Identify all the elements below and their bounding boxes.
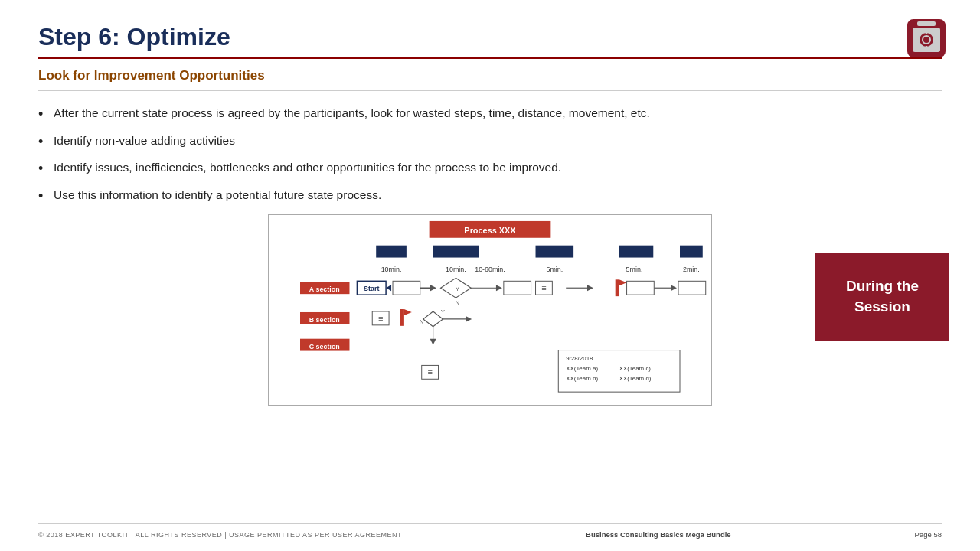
bullet-item-3: Identify issues, inefficiencies, bottlen… [38,159,942,176]
svg-marker-40 [587,285,593,291]
svg-rect-9 [376,245,407,257]
footer: © 2018 EXPERT TOOLKIT | ALL RIGHTS RESER… [38,523,942,539]
svg-text:5min.: 5min. [546,266,563,273]
svg-marker-42 [619,279,627,285]
svg-point-3 [919,32,934,47]
svg-marker-28 [386,285,391,291]
svg-rect-46 [678,281,706,295]
header-section: Step 6: Optimize [38,23,942,59]
svg-text:XX(Team a): XX(Team a) [566,365,598,372]
svg-rect-29 [393,281,420,295]
during-session-badge: During the Session [815,253,949,341]
svg-rect-36 [504,281,531,295]
svg-marker-35 [496,285,502,291]
bullet-item-4: Use this information to identify a poten… [38,187,942,204]
subtitle-text: Look for Improvement Opportunities [38,68,942,83]
bullet-item-1: After the current state process is agree… [38,105,942,122]
bullet-item-2: Identify non-value adding activities [38,132,942,149]
svg-text:C section: C section [309,342,340,350]
svg-marker-45 [671,285,677,291]
svg-text:N: N [420,318,424,325]
svg-rect-41 [616,279,619,296]
subtitle-section: Look for Improvement Opportunities [38,68,942,91]
svg-rect-12 [619,245,654,257]
svg-rect-13 [680,245,703,257]
page-title: Step 6: Optimize [38,23,230,51]
footer-page: Page 58 [915,530,942,539]
svg-rect-43 [627,281,655,295]
page-container: Step 6: Optimize Look for Improvement Op… [0,0,980,551]
svg-text:10-60min.: 10-60min. [475,266,505,273]
svg-text:XX(Team d): XX(Team d) [619,375,652,382]
svg-rect-49 [400,309,404,326]
footer-copyright: © 2018 EXPERT TOOLKIT | ALL RIGHTS RESER… [38,531,402,539]
bullet-list: After the current state process is agree… [38,105,942,204]
svg-text:XX(Team b): XX(Team b) [566,375,598,382]
svg-text:2min.: 2min. [683,266,700,273]
svg-text:10min.: 10min. [446,266,466,273]
svg-rect-1 [917,21,936,26]
svg-text:5min.: 5min. [626,266,643,273]
svg-text:B section: B section [309,316,340,324]
svg-text:≡: ≡ [541,283,546,292]
svg-rect-11 [536,245,574,257]
svg-text:XX(Team c): XX(Team c) [619,365,652,372]
process-diagram: Process XXX 10min. 10min. 10-60min. 5min… [268,214,712,406]
svg-text:Process XXX: Process XXX [464,226,516,235]
svg-text:Y: Y [441,308,446,315]
svg-marker-57 [430,338,436,344]
svg-text:Start: Start [364,285,379,292]
svg-rect-10 [433,245,479,257]
during-session-text: During the Session [846,276,919,317]
logo-icon [903,15,949,61]
svg-text:9/28/2018: 9/28/2018 [566,355,593,362]
footer-brand: Business Consulting Basics Mega Bundle [586,530,731,539]
svg-text:N: N [455,299,459,306]
svg-marker-51 [423,311,443,327]
svg-text:≡: ≡ [378,314,383,323]
svg-text:10min.: 10min. [381,266,402,273]
process-svg: Process XXX 10min. 10min. 10-60min. 5min… [269,215,711,405]
svg-text:Y: Y [456,285,460,292]
svg-marker-55 [466,316,472,322]
svg-marker-50 [404,309,412,315]
svg-text:A section: A section [309,285,340,293]
svg-text:≡: ≡ [427,367,432,377]
